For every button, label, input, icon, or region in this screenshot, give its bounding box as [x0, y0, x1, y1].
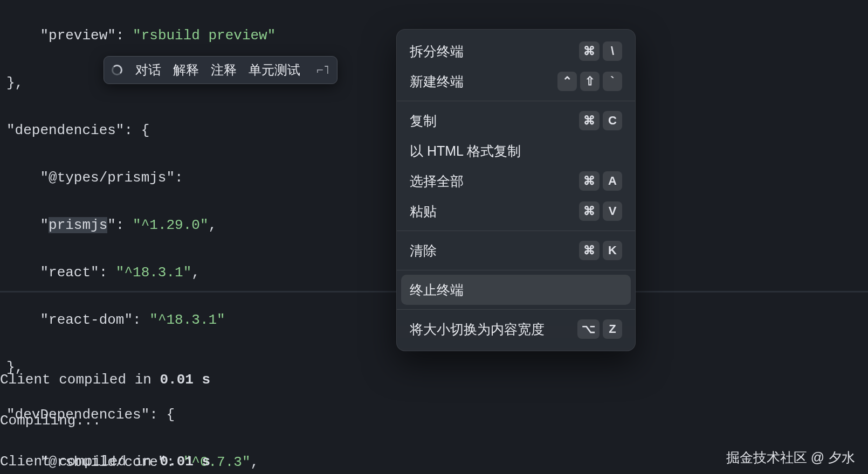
- menu-item-shortcut: ⌘\: [579, 41, 622, 61]
- menu-separator: [397, 309, 635, 310]
- key-cap: ⌘: [579, 201, 600, 221]
- terminal-line: Compiling...: [0, 410, 210, 431]
- menu-item-shortcut: ⌃⇧`: [557, 72, 622, 91]
- json-key: "react-dom": [40, 312, 133, 328]
- json-key: "dependencies": [6, 122, 124, 138]
- json-string: "^18.3.1": [116, 264, 191, 281]
- menu-item[interactable]: 粘贴⌘V: [401, 196, 631, 226]
- menu-item-label: 复制: [410, 112, 437, 130]
- key-cap: ⌘: [579, 41, 600, 61]
- key-cap: ⌥: [577, 319, 600, 339]
- menu-item-shortcut: ⌘C: [579, 111, 622, 130]
- menu-item-label: 终止终端: [410, 281, 464, 299]
- key-cap: A: [603, 171, 622, 191]
- menu-separator: [397, 231, 635, 231]
- key-cap: V: [603, 201, 622, 221]
- selection: prismjs: [49, 217, 107, 233]
- menu-separator: [397, 101, 635, 101]
- menu-item[interactable]: 新建终端⌃⇧`: [401, 66, 631, 96]
- menu-item-label: 粘贴: [410, 203, 437, 220]
- key-cap: ⌘: [579, 111, 600, 130]
- json-string: "^1.29.0": [133, 217, 208, 233]
- menu-item-shortcut: ⌘K: [579, 241, 622, 260]
- assist-unittest-button[interactable]: 单元测试: [249, 61, 300, 79]
- key-cap: ⇧: [580, 72, 600, 91]
- menu-item[interactable]: 选择全部⌘A: [401, 166, 631, 196]
- menu-item-label: 将大小切换为内容宽度: [410, 320, 545, 338]
- menu-separator: [397, 270, 635, 270]
- key-cap: \: [603, 41, 622, 61]
- json-key: "preview": [40, 27, 115, 44]
- terminal-line: Client compiled in 0.01 s: [0, 370, 210, 390]
- menu-item-label: 以 HTML 格式复制: [410, 142, 521, 160]
- menu-item[interactable]: 以 HTML 格式复制: [401, 136, 631, 166]
- assist-comment-button[interactable]: 注释: [211, 61, 237, 79]
- menu-item-shortcut: ⌥Z: [577, 319, 622, 339]
- menu-item-shortcut: ⌘V: [579, 201, 622, 221]
- loading-spinner-icon: [112, 65, 122, 75]
- json-string: "rsbuild preview": [133, 27, 275, 44]
- key-cap: ⌘: [579, 171, 600, 191]
- terminal-line: Client compiled in 0.01 s: [0, 451, 210, 472]
- terminal-context-menu: 拆分终端⌘\新建终端⌃⇧`复制⌘C以 HTML 格式复制选择全部⌘A粘贴⌘V清除…: [396, 29, 636, 351]
- menu-item[interactable]: 复制⌘C: [401, 106, 631, 136]
- menu-item-shortcut: ⌘A: [579, 171, 622, 191]
- key-cap: ⌘: [579, 241, 600, 260]
- menu-item[interactable]: 终止终端: [401, 275, 631, 305]
- key-cap: ⌃: [557, 72, 577, 91]
- menu-item-label: 清除: [410, 242, 437, 260]
- terminal-output[interactable]: Client compiled in 0.01 s Compiling... C…: [0, 349, 210, 474]
- assist-explain-button[interactable]: 解释: [173, 61, 199, 79]
- ai-assist-toolbar: 对话 解释 注释 单元测试 ⌐˥: [104, 56, 337, 84]
- key-cap: `: [603, 72, 622, 91]
- menu-item-label: 拆分终端: [410, 43, 464, 60]
- assist-chat-button[interactable]: 对话: [135, 61, 161, 79]
- json-key: "@types/prismjs": [40, 170, 175, 186]
- key-cap: K: [603, 241, 622, 260]
- menu-item-label: 选择全部: [410, 172, 464, 190]
- menu-item[interactable]: 拆分终端⌘\: [401, 36, 631, 66]
- key-cap: Z: [603, 319, 622, 339]
- expand-icon[interactable]: ⌐˥: [312, 63, 329, 77]
- watermark-text: 掘金技术社区 @ 夕水: [726, 449, 855, 466]
- json-string: "^18.3.1": [149, 312, 225, 328]
- menu-item[interactable]: 清除⌘K: [401, 235, 631, 266]
- key-cap: C: [603, 111, 622, 130]
- menu-item[interactable]: 将大小切换为内容宽度⌥Z: [401, 314, 631, 344]
- menu-item-label: 新建终端: [410, 73, 464, 90]
- json-key: "react": [40, 264, 99, 281]
